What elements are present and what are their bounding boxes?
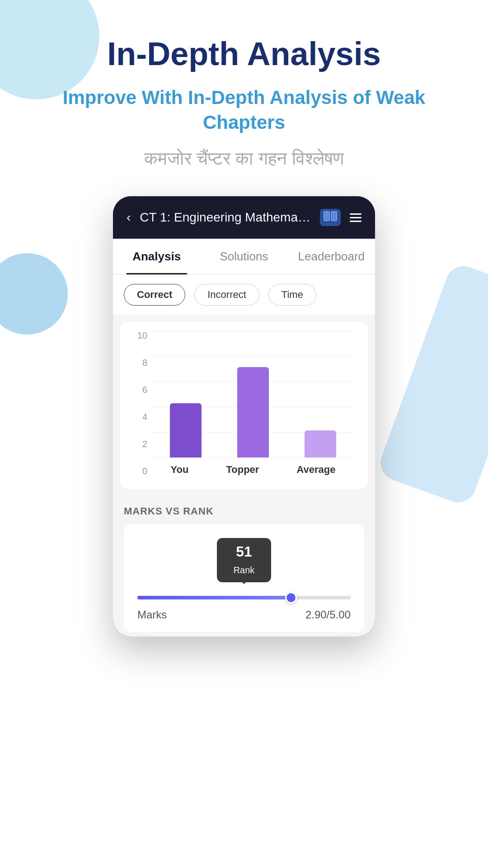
- filter-incorrect[interactable]: Incorrect: [194, 284, 259, 306]
- topbar-title: CT 1: Engineering Mathemati...: [140, 210, 311, 225]
- bar-label-average: Average: [296, 464, 335, 476]
- bar-group-you: [170, 403, 202, 458]
- tab-solutions[interactable]: Solutions: [200, 239, 287, 274]
- y-label-6: 6: [134, 385, 147, 394]
- menu-icon[interactable]: [350, 213, 361, 222]
- bar-label-you: You: [171, 464, 189, 476]
- bar-group-average: [305, 430, 336, 458]
- y-label-8: 8: [134, 358, 147, 367]
- phone-mockup: ‹ CT 1: Engineering Mathemati...: [113, 196, 375, 637]
- bar-average: [305, 430, 336, 458]
- marks-label: Marks: [137, 609, 167, 621]
- y-label-10: 10: [134, 331, 147, 340]
- bar-group-topper: [237, 367, 269, 458]
- slider-container[interactable]: [137, 596, 351, 599]
- bar-topper: [237, 367, 269, 458]
- marks-value: 2.90/5.00: [305, 609, 351, 621]
- phone-topbar: ‹ CT 1: Engineering Mathemati...: [113, 196, 375, 239]
- subtitle-hindi: कमजोर चैंप्टर का गहन विश्लेषण: [117, 148, 371, 169]
- back-icon[interactable]: ‹: [127, 210, 131, 225]
- chart-area: 0 2 4 6 8 10: [134, 331, 354, 476]
- y-label-4: 4: [134, 412, 147, 421]
- chart-inner: You Topper Average: [152, 331, 354, 476]
- y-label-0: 0: [134, 467, 147, 476]
- tabs-row: Analysis Solutions Leaderboard: [113, 239, 375, 275]
- rank-tooltip: 51 Rank: [217, 538, 271, 582]
- marks-vs-rank-label: MARKS VS RANK: [124, 505, 364, 517]
- subtitle-english: Improve With In-Depth Analysis of Weak C…: [0, 85, 488, 135]
- marks-rank-section: MARKS VS RANK 51 Rank: [113, 496, 375, 637]
- filter-correct[interactable]: Correct: [124, 284, 185, 306]
- book-icon[interactable]: [320, 209, 341, 226]
- main-title: In-Depth Analysis: [107, 36, 380, 72]
- bars-container: [152, 331, 354, 458]
- marks-rank-card: 51 Rank Marks 2.90/5.00: [124, 524, 364, 632]
- topbar-icons: [320, 209, 361, 226]
- bar-labels-row: You Topper Average: [152, 460, 354, 476]
- y-axis: 0 2 4 6 8 10: [134, 331, 147, 476]
- slider-thumb[interactable]: [285, 592, 297, 604]
- tab-leaderboard[interactable]: Leaderboard: [288, 239, 375, 274]
- slider-track: [137, 596, 351, 599]
- y-label-2: 2: [134, 439, 147, 448]
- tab-analysis[interactable]: Analysis: [113, 239, 200, 274]
- rank-value: 51: [236, 543, 252, 560]
- rank-sub: Rank: [234, 565, 255, 575]
- filter-time[interactable]: Time: [268, 284, 316, 306]
- phone-body: Analysis Solutions Leaderboard Correct I…: [113, 239, 375, 637]
- bar-label-topper: Topper: [226, 464, 259, 476]
- chart-container: 0 2 4 6 8 10: [120, 322, 368, 489]
- slider-fill: [137, 596, 291, 599]
- filter-row: Correct Incorrect Time: [113, 275, 375, 315]
- marks-bottom-row: Marks 2.90/5.00: [137, 609, 351, 621]
- bar-you: [170, 403, 202, 458]
- rank-tooltip-wrapper: 51 Rank: [137, 538, 351, 582]
